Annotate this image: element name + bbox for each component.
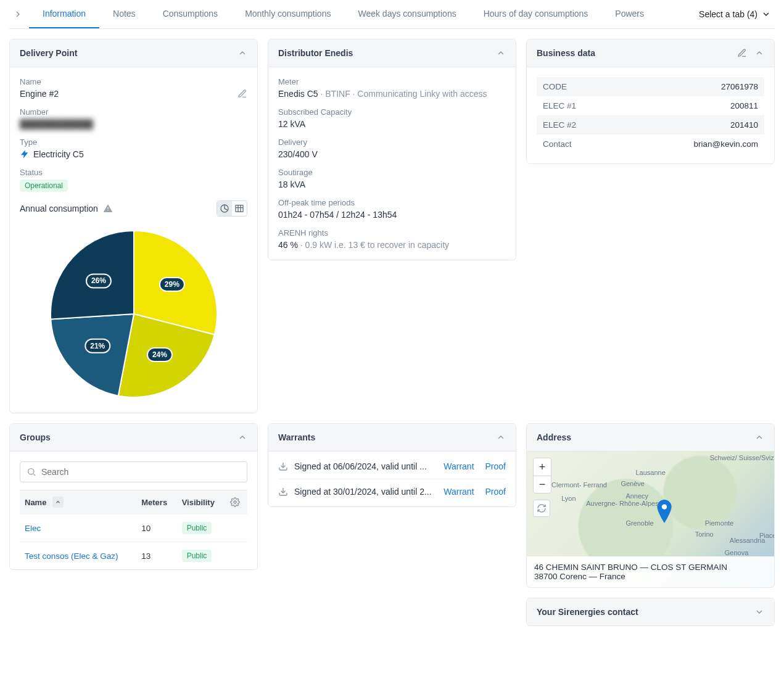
col-name[interactable]: Name (20, 490, 136, 514)
search-input[interactable] (41, 467, 241, 477)
search-icon (27, 467, 36, 477)
tab-notes[interactable]: Notes (99, 0, 149, 28)
bolt-icon (20, 149, 30, 159)
zoom-control: + − (533, 458, 551, 493)
card-title: Address (537, 432, 571, 442)
map[interactable]: + − Schweiz/ Suisse/Svizzera/ SvizraLaus… (527, 452, 774, 587)
download-icon[interactable] (278, 487, 288, 497)
zoom-out-button[interactable]: − (534, 476, 551, 493)
status-label: Status (20, 168, 247, 177)
tab-consumptions[interactable]: Consumptions (149, 0, 232, 28)
map-label: Genova (725, 549, 749, 556)
chevron-up-icon[interactable] (496, 432, 506, 442)
tab-select-label: Select a tab (4) (699, 9, 757, 19)
col-meters[interactable]: Meters (136, 490, 176, 514)
delivery-label: Delivery (278, 138, 506, 147)
chevron-down-icon[interactable] (754, 607, 764, 617)
arenh-label: ARENH rights (278, 228, 506, 237)
sort-asc-icon[interactable] (52, 497, 64, 508)
meter-strong: Enedis C5 (278, 89, 318, 99)
download-icon[interactable] (278, 461, 288, 471)
map-label: Lyon (561, 495, 576, 502)
chevron-right-icon[interactable] (9, 2, 29, 27)
map-label: Schweiz/ Suisse/Svizzera/ Svizra (710, 454, 774, 461)
arenh-strong: 46 % (278, 240, 298, 250)
tab-hours-of-day-consumptions[interactable]: Hours of day consumptions (470, 0, 602, 28)
name-label: Name (20, 77, 247, 86)
map-label: Alessandria (730, 537, 765, 544)
soutirage-value: 18 kVA (278, 180, 506, 189)
offpeak-value: 01h24 - 07h54 / 12h24 - 13h54 (278, 210, 506, 220)
svg-text:24%: 24% (152, 350, 167, 359)
col-visibility[interactable]: Visibility (177, 490, 225, 514)
warrant-link[interactable]: Warrant (444, 461, 474, 471)
chevron-up-icon[interactable] (754, 48, 764, 58)
table-row: Elec10Public (20, 514, 247, 542)
svg-rect-1 (236, 205, 243, 212)
chevron-up-icon[interactable] (237, 48, 247, 58)
group-meters: 13 (136, 542, 176, 570)
annual-consumption-pie: 29%24%21%26% (20, 221, 247, 403)
tab-powers[interactable]: Powers (601, 0, 658, 28)
annual-consumption-label: Annual consumption (20, 204, 98, 213)
edit-icon[interactable] (237, 89, 247, 99)
card-title: Warrants (278, 432, 315, 442)
number-label: Number (20, 107, 247, 117)
card-title: Distributor Enedis (278, 48, 353, 58)
visibility-badge: Public (182, 522, 212, 534)
bd-value: 201410 (622, 115, 764, 134)
bd-label: Contact (537, 134, 622, 154)
proof-link[interactable]: Proof (485, 461, 506, 471)
chart-view-button[interactable] (217, 201, 232, 216)
bd-label: ELEC #2 (537, 115, 622, 134)
view-toggle (217, 200, 247, 217)
table-row: ELEC #1200811 (537, 96, 764, 115)
chevron-up-icon[interactable] (754, 432, 764, 442)
chevron-up-icon[interactable] (237, 432, 247, 442)
table-view-button[interactable] (232, 201, 247, 216)
number-value: ████████████ (20, 119, 247, 129)
warrant-link[interactable]: Warrant (444, 487, 474, 497)
warrant-text: Signed at 30/01/2024, valid until 2... (294, 487, 432, 497)
distributor-card: Distributor Enedis Meter Enedis C5 · BTI… (268, 39, 516, 260)
arenh-detail: · 0.9 kW i.e. 13 € to recover in capacit… (298, 240, 449, 250)
name-value: Engine #2 (20, 89, 59, 99)
status-badge: Operational (20, 180, 68, 192)
group-link[interactable]: Test consos (Elec & Gaz) (25, 551, 118, 561)
edit-icon[interactable] (737, 48, 747, 58)
chevron-up-icon[interactable] (496, 48, 506, 58)
chevron-down-icon (761, 9, 771, 19)
svg-line-14 (33, 474, 35, 476)
bd-label: ELEC #1 (537, 96, 622, 115)
capacity-value: 12 kVA (278, 119, 506, 129)
tab-select-dropdown[interactable]: Select a tab (4) (699, 9, 775, 19)
bd-label: CODE (537, 77, 622, 96)
gear-icon[interactable] (230, 497, 242, 507)
zoom-in-button[interactable]: + (534, 458, 551, 476)
svg-point-13 (28, 469, 34, 474)
svg-point-18 (661, 504, 666, 509)
map-label: Genève (621, 480, 645, 487)
refresh-button[interactable] (533, 500, 550, 517)
map-marker-icon (656, 500, 673, 525)
bd-value: 27061978 (622, 77, 764, 96)
tabs-bar: InformationNotesConsumptionsMonthly cons… (9, 0, 775, 29)
tab-information[interactable]: Information (29, 0, 99, 28)
table-row: Test consos (Elec & Gaz)13Public (20, 542, 247, 570)
warning-icon[interactable] (103, 204, 113, 213)
card-title: Groups (20, 432, 51, 442)
tab-week-days-consumptions[interactable]: Week days consumptions (344, 0, 469, 28)
type-label: Type (20, 138, 247, 147)
table-row: CODE27061978 (537, 77, 764, 96)
list-item: Signed at 30/01/2024, valid until 2... W… (278, 479, 506, 504)
proof-link[interactable]: Proof (485, 487, 506, 497)
group-link[interactable]: Elec (25, 524, 41, 533)
business-data-table: CODE27061978ELEC #1200811ELEC #2201410Co… (537, 77, 764, 154)
groups-table: Name Meters Visibility (20, 490, 247, 569)
svg-text:21%: 21% (90, 342, 105, 350)
visibility-badge: Public (182, 550, 212, 562)
list-item: Signed at 06/06/2024, valid until ... Wa… (278, 454, 506, 479)
tab-monthly-consumptions[interactable]: Monthly consumptions (231, 0, 344, 28)
address-overlay: 46 CHEMIN SAINT BRUNO — CLOS ST GERMAIN … (527, 556, 774, 587)
card-title: Business data (537, 48, 595, 58)
